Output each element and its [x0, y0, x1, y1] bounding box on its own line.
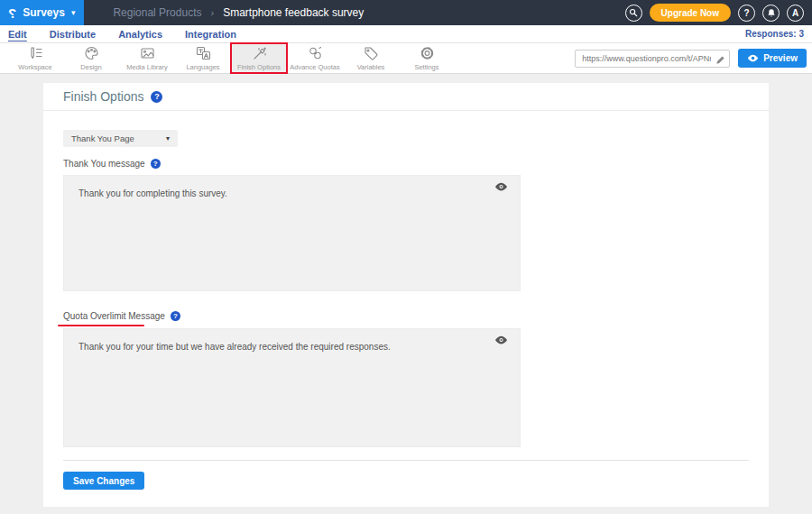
tab-integration[interactable]: Integration — [185, 26, 236, 42]
toolbar-item-label: Languages — [186, 63, 219, 71]
chevron-down-icon: ▾ — [71, 8, 76, 17]
quota-overlimit-label-row: Quota Overlimit Message ? — [63, 311, 180, 321]
toolbar-item-design[interactable]: Design — [63, 43, 119, 73]
survey-url-wrap — [575, 49, 730, 68]
breadcrumb-survey-name: Smartphone feedback survey — [223, 6, 364, 19]
questionpro-logo-icon: ? — [8, 5, 16, 21]
panel-header: Finish Options ? — [43, 83, 769, 111]
toolbar-item-label: Settings — [414, 63, 438, 71]
toolbar-item-label: Variables — [357, 63, 385, 71]
toolbar-item-label: Advance Quotas — [290, 63, 339, 71]
breadcrumb: Regional Products › Smartphone feedback … — [113, 6, 364, 19]
toolbar-item-languages[interactable]: Languages — [175, 43, 231, 73]
toolbar-item-label: Media Library — [126, 63, 167, 71]
breadcrumb-folder[interactable]: Regional Products — [113, 6, 201, 19]
surveys-menu[interactable]: ? Surveys ▾ — [0, 0, 84, 25]
page-title: Finish Options — [63, 89, 143, 104]
toolbar-item-finish-options[interactable]: Finish Options — [231, 43, 287, 73]
gear-icon — [420, 46, 435, 60]
thank-you-message-label-row: Thank You message ? — [63, 159, 161, 169]
question-mark-icon: ? — [743, 8, 749, 18]
eye-icon — [747, 54, 759, 62]
thank-you-message-editor[interactable]: Thank you for completing this survey. — [63, 175, 521, 291]
save-changes-button[interactable]: Save Changes — [63, 472, 144, 490]
design-icon — [84, 46, 99, 60]
survey-nav-tabs: Edit Distribute Analytics Integration Re… — [0, 25, 812, 43]
edit-url-button[interactable] — [715, 52, 725, 69]
quota-preview-toggle[interactable] — [494, 335, 508, 344]
quota-overlimit-label: Quota Overlimit Message — [63, 311, 165, 321]
toolbar-item-label: Design — [80, 63, 101, 71]
thank-you-help-icon[interactable]: ? — [151, 159, 161, 169]
tab-edit[interactable]: Edit — [8, 26, 27, 42]
search-button[interactable] — [625, 5, 642, 22]
toolbar-item-workspace[interactable]: Workspace — [7, 43, 63, 73]
toolbar-item-label: Workspace — [18, 63, 51, 71]
surveys-menu-label: Surveys — [23, 6, 65, 19]
finish-action-dropdown[interactable]: Thank You Page ▾ — [63, 130, 178, 147]
toolbar-item-advance-quotas[interactable]: Advance Quotas — [287, 43, 343, 73]
toolbar-item-settings[interactable]: Settings — [399, 43, 455, 73]
languages-icon — [196, 46, 211, 60]
toolbar-item-media-library[interactable]: Media Library — [119, 43, 175, 73]
toolbar-item-variables[interactable]: Variables — [343, 43, 399, 73]
quota-overlimit-editor[interactable]: Thank you for your time but we have alre… — [63, 328, 521, 447]
media-library-icon — [140, 46, 155, 60]
workspace-icon — [28, 46, 43, 60]
top-bar: ? Surveys ▾ Regional Products › Smartpho… — [0, 0, 812, 25]
finish-options-help-icon[interactable]: ? — [151, 91, 162, 103]
toolbar-right-group: Preview — [575, 43, 812, 73]
upgrade-now-button[interactable]: Upgrade Now — [650, 4, 731, 22]
preview-button[interactable]: Preview — [738, 49, 807, 68]
pencil-icon — [715, 55, 725, 65]
toolbar-item-label: Finish Options — [237, 63, 281, 71]
eye-icon — [494, 335, 508, 344]
tab-analytics[interactable]: Analytics — [118, 26, 162, 42]
annotation-red-underline — [58, 325, 144, 326]
edit-toolbar: Workspace Design Media Library Languages… — [0, 43, 812, 74]
chevron-down-icon: ▾ — [166, 134, 170, 142]
bell-icon — [767, 8, 776, 18]
survey-url-input[interactable] — [575, 50, 730, 68]
preview-button-label: Preview — [763, 53, 798, 63]
tab-distribute[interactable]: Distribute — [50, 26, 96, 42]
search-icon — [629, 8, 638, 17]
quota-overlimit-help-icon[interactable]: ? — [171, 311, 180, 321]
dropdown-selected-value: Thank You Page — [71, 133, 134, 143]
eye-icon — [494, 182, 508, 191]
quota-overlimit-text: Thank you for your time but we have alre… — [78, 342, 391, 352]
thank-you-message-label: Thank You message — [63, 159, 145, 169]
avatar[interactable]: A — [787, 5, 804, 22]
avatar-initial: A — [792, 8, 798, 18]
magic-wand-icon — [252, 46, 267, 60]
help-button[interactable]: ? — [738, 5, 755, 22]
tag-icon — [364, 46, 379, 60]
notifications-button[interactable] — [762, 5, 780, 22]
topbar-actions: Upgrade Now ? A — [625, 4, 812, 22]
finish-options-panel: Finish Options ? Thank You Page ▾ Thank … — [43, 83, 769, 507]
footer-divider — [63, 460, 749, 461]
responses-count-link[interactable]: Responses: 3 — [745, 29, 804, 39]
thank-you-preview-toggle[interactable] — [494, 182, 508, 191]
thank-you-message-text: Thank you for completing this survey. — [78, 188, 227, 198]
breadcrumb-separator: › — [210, 7, 214, 18]
chain-link-icon — [308, 46, 323, 60]
